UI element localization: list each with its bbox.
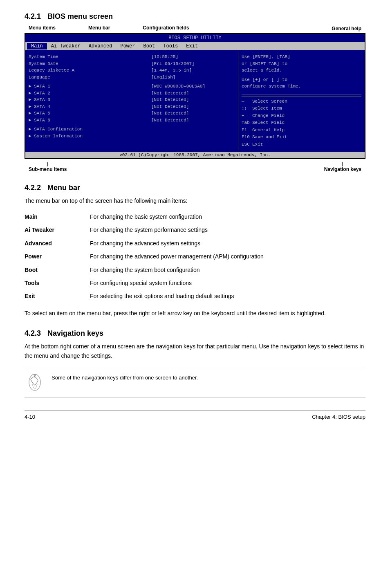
bios-help-line3: select a field.	[242, 67, 361, 74]
diagram-bottom-labels: | Sub-menu items | Navigation keys	[25, 162, 365, 172]
bios-item-legacy-diskette: Legacy Diskette A	[29, 67, 145, 74]
bios-item-sata3: ► SATA 3	[29, 97, 145, 103]
page-footer: 4-10 Chapter 4: BIOS setup	[25, 410, 365, 420]
nav-key-f1-key: F1	[242, 127, 250, 134]
bios-help-line5: configure system Time.	[242, 83, 361, 90]
nav-key-plusminus: +-	[242, 112, 250, 120]
label-menu-bar: Menu bar	[88, 25, 110, 31]
bios-val-diskette: [1.44M, 3.5 in]	[151, 67, 235, 74]
menu-desc-power: For changing the advanced power manageme…	[90, 250, 365, 263]
section-422-number: 4.2.2	[25, 184, 41, 192]
section-422-heading: 4.2.2Menu bar	[25, 184, 365, 192]
label-submenu-items: | Sub-menu items	[29, 162, 67, 172]
bios-item-sata4: ► SATA 4	[29, 103, 145, 110]
menu-bar-table: Main For changing the basic system confi…	[25, 210, 365, 303]
menu-row-aitweaker: Ai Tweaker For changing the system perfo…	[25, 223, 365, 236]
menu-name-exit: Exit	[25, 290, 90, 303]
bios-nav-keys: ↔ Select Screen ↕↕ Select Item +- Change…	[242, 96, 361, 148]
section-421: 4.2.1BIOS menu screen Menu items Menu ba…	[25, 12, 365, 172]
bios-val-language: [English]	[151, 74, 235, 81]
section-422: 4.2.2Menu bar The menu bar on top of the…	[25, 184, 365, 318]
menu-name-advanced: Advanced	[25, 237, 90, 250]
note-box: Some of the navigation keys differ from …	[25, 367, 365, 398]
menu-bar-intro: The menu bar on top of the screen has th…	[25, 196, 365, 205]
nav-key-tab: Tab Select Field	[242, 119, 361, 127]
menu-name-tools: Tools	[25, 276, 90, 290]
nav-desc-tab: Select Field	[252, 119, 285, 127]
bios-item-system-time: System Time	[29, 54, 145, 61]
section-421-title: BIOS menu screen	[47, 12, 113, 20]
nav-key-esc-key: ESC	[242, 141, 250, 148]
nav-key-arrow-ud: ↕↕	[242, 105, 250, 112]
bios-menu-advanced[interactable]: Advanced	[85, 43, 117, 49]
nav-desc-field: Change Field	[252, 112, 285, 120]
section-423: 4.2.3Navigation keys At the bottom right…	[25, 329, 365, 398]
nav-key-item: ↕↕ Select Item	[242, 105, 361, 112]
bios-right-panel: Use [ENTER], [TAB] or [SHIFT-TAB] to sel…	[238, 52, 365, 150]
menu-desc-exit: For selecting the exit options and loadi…	[90, 290, 365, 303]
bios-val-sata1: [WDC WD800JD-00LSA0]	[151, 83, 235, 90]
note-icon	[25, 372, 45, 393]
bios-val-sata3: [Not Detected]	[151, 97, 235, 103]
bios-val-sata2: [Not Detected]	[151, 90, 235, 97]
note-text: Some of the navigation keys differ from …	[52, 372, 198, 382]
bios-title: BIOS SETUP UTILITY	[25, 34, 365, 42]
bios-val-sata6: [Not Detected]	[151, 117, 235, 124]
bios-val-date: [Fri 06/15/2007]	[151, 61, 235, 67]
bios-item-system-date: System Date	[29, 61, 145, 67]
menu-row-advanced: Advanced For changing the advanced syste…	[25, 237, 365, 250]
nav-key-tab-key: Tab	[242, 119, 250, 127]
nav-key-screen: ↔ Select Screen	[242, 98, 361, 105]
menu-desc-advanced: For changing the advanced system setting…	[90, 237, 365, 250]
label-nav-keys: | Navigation keys	[324, 162, 361, 172]
bios-help-line1: Use [ENTER], [TAB]	[242, 54, 361, 61]
bios-menu-boot[interactable]: Boot	[139, 43, 159, 49]
diagram-top-labels: Menu items Menu bar Configuration fields…	[25, 25, 365, 31]
label-menu-items: Menu items	[29, 25, 56, 31]
bios-menu-exit[interactable]: Exit	[182, 43, 202, 49]
bios-footer: v02.61 (C)Copyright 1985-2007, American …	[25, 152, 365, 158]
bios-help-text: Use [ENTER], [TAB] or [SHIFT-TAB] to sel…	[242, 54, 361, 90]
menu-name-power: Power	[25, 250, 90, 263]
nav-keys-desc: At the bottom right corner of a menu scr…	[25, 342, 365, 360]
bios-screen: BIOS SETUP UTILITY Main Ai Tweaker Advan…	[25, 33, 365, 159]
menu-bar-note: To select an item on the menu bar, press…	[25, 309, 365, 318]
section-421-number: 4.2.1	[25, 12, 41, 20]
bios-val-sata4: [Not Detected]	[151, 103, 235, 110]
bios-item-sata-config: ► SATA Configuration	[29, 126, 145, 133]
label-general-help: General help	[332, 26, 361, 31]
nav-desc-f1: General Help	[252, 127, 285, 134]
menu-desc-tools: For configuring special system functions	[90, 276, 365, 290]
nav-desc-esc: Exit	[252, 141, 263, 148]
bios-menu-power[interactable]: Power	[116, 43, 139, 49]
section-421-heading: 4.2.1BIOS menu screen	[25, 12, 365, 21]
bios-val-sata5: [Not Detected]	[151, 110, 235, 117]
bios-menu-bar: Main Ai Tweaker Advanced Power Boot Tool…	[25, 42, 365, 50]
note-pencil-icon	[27, 372, 43, 393]
bios-menu-tools[interactable]: Tools	[159, 43, 182, 49]
nav-key-arrow-lr: ↔	[242, 98, 250, 105]
bios-help-separator	[242, 94, 361, 94]
nav-key-esc: ESC Exit	[242, 141, 361, 148]
nav-key-f1: F1 General Help	[242, 127, 361, 134]
nav-key-f10-key: F10	[242, 134, 250, 141]
svg-line-3	[35, 375, 36, 377]
bios-item-system-info: ► System Information	[29, 133, 145, 140]
menu-name-aitweaker: Ai Tweaker	[25, 223, 90, 236]
bios-item-language: Language	[29, 74, 145, 81]
menu-row-boot: Boot For changing the system boot config…	[25, 263, 365, 276]
section-423-heading: 4.2.3Navigation keys	[25, 329, 365, 338]
nav-key-f10: F10 Save and Exit	[242, 134, 361, 141]
menu-desc-aitweaker: For changing the system performance sett…	[90, 223, 365, 236]
bios-help-line2: or [SHIFT-TAB] to	[242, 61, 361, 67]
menu-row-power: Power For changing the advanced power ma…	[25, 250, 365, 263]
section-422-title: Menu bar	[47, 184, 80, 192]
bios-menu-ai-tweaker[interactable]: Ai Tweaker	[47, 43, 85, 49]
footer-chapter: Chapter 4: BIOS setup	[312, 414, 365, 420]
menu-row-tools: Tools For configuring special system fun…	[25, 276, 365, 290]
nav-key-field: +- Change Field	[242, 112, 361, 120]
bios-content: System Time System Date Legacy Diskette …	[25, 50, 365, 152]
nav-desc-f10: Save and Exit	[252, 134, 287, 141]
label-config-fields: Configuration fields	[143, 25, 189, 31]
bios-menu-main[interactable]: Main	[27, 43, 47, 49]
